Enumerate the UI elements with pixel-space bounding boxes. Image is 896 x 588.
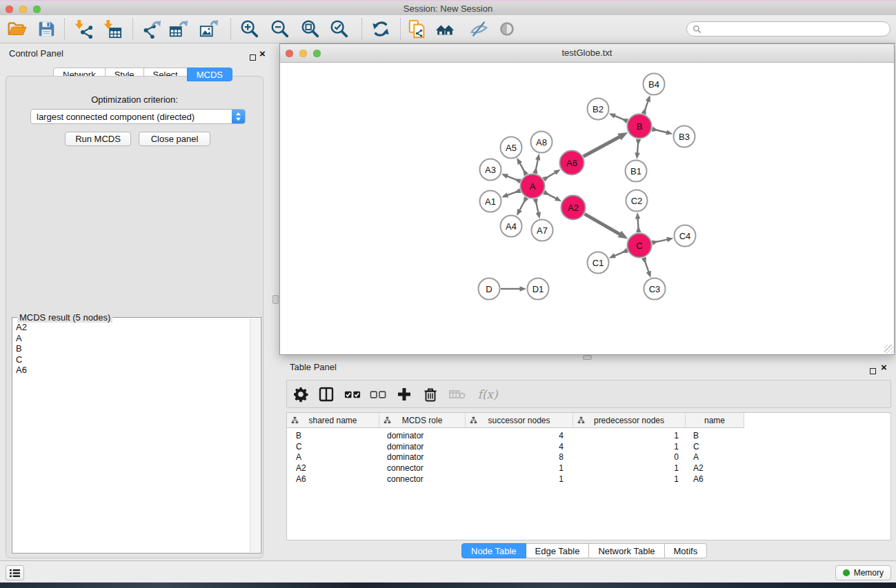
resize-grip-icon[interactable] <box>884 345 893 354</box>
table-cell[interactable]: 1 <box>573 431 686 440</box>
network-view-window: testGlobe.txt AA1A2A3A4A5A6A7A8BB1B2B3B4… <box>279 43 895 355</box>
table-cell[interactable]: 4 <box>466 442 573 452</box>
close-panel-button[interactable]: Close panel <box>139 132 210 146</box>
search-input[interactable] <box>704 23 884 34</box>
zoom-fit-icon[interactable] <box>299 17 322 41</box>
tab-network-table[interactable]: Network Table <box>588 543 664 558</box>
result-scrollbar[interactable] <box>250 318 260 552</box>
deselect-all-checkbox-icon[interactable] <box>367 383 389 405</box>
table-cell[interactable]: C <box>686 442 744 452</box>
table-cell[interactable]: 8 <box>466 452 573 462</box>
column-header-mcds-role[interactable]: MCDS role <box>379 413 466 428</box>
home-icon[interactable] <box>433 17 457 41</box>
mcds-result-box: MCDS result (5 nodes) A2ABCA6 <box>12 317 261 554</box>
table-row[interactable]: Cdominator41C <box>287 441 890 452</box>
result-list-item[interactable]: A2 <box>12 322 250 333</box>
vertical-splitter-handle[interactable] <box>272 295 279 304</box>
table-cell[interactable]: A6 <box>287 474 379 484</box>
export-image-icon[interactable] <box>197 17 221 41</box>
node-label-B4: B4 <box>648 79 659 90</box>
table-cell[interactable]: dominator <box>379 452 466 462</box>
new-network-from-selection-icon[interactable] <box>406 17 429 41</box>
gear-icon[interactable] <box>290 383 312 405</box>
column-header-shared-name[interactable]: shared name <box>287 413 379 428</box>
close-panel-icon[interactable]: × <box>259 50 266 57</box>
node-label-B: B <box>637 121 643 132</box>
table-cell[interactable]: dominator <box>379 431 466 440</box>
window-titlebar: Session: New Session <box>0 0 896 15</box>
table-row[interactable]: A2connector11A2 <box>287 463 890 474</box>
eye-slash-icon[interactable] <box>467 17 490 41</box>
table-cell[interactable]: 1 <box>573 463 686 473</box>
tab-mcds[interactable]: MCDS <box>187 68 232 81</box>
node-label-A4: A4 <box>506 221 517 232</box>
table-cell[interactable]: dominator <box>379 442 466 452</box>
table-cell[interactable]: A2 <box>686 463 744 473</box>
network-window-titlebar[interactable]: testGlobe.txt <box>280 44 894 63</box>
export-table-icon[interactable] <box>167 17 190 41</box>
tab-edge-table[interactable]: Edge Table <box>526 543 590 558</box>
search-icon <box>693 25 701 34</box>
table-cell[interactable]: A6 <box>686 474 744 484</box>
table-row[interactable]: Bdominator41B <box>287 430 890 441</box>
column-header-name[interactable]: name <box>686 413 744 428</box>
task-history-button[interactable] <box>6 565 24 580</box>
table-cell[interactable]: A <box>686 452 744 462</box>
result-list-item[interactable]: B <box>12 343 250 354</box>
optimization-criterion-select[interactable]: largest connected component (directed) <box>30 109 246 124</box>
run-mcds-button[interactable]: Run MCDS <box>65 132 131 146</box>
edge-A2-C[interactable] <box>584 214 621 234</box>
table-cell[interactable]: A <box>287 452 379 462</box>
table-cell[interactable]: connector <box>379 463 466 473</box>
table-row[interactable]: Adominator80A <box>287 452 890 463</box>
mcds-tab-content: Optimization criterion: largest connecte… <box>6 76 263 558</box>
table-toolbar: f(x) <box>286 380 891 408</box>
table-cell[interactable]: 4 <box>466 431 573 440</box>
table-cell[interactable]: A2 <box>287 463 379 473</box>
table-cell[interactable]: 1 <box>466 463 573 473</box>
function-icon: f(x) <box>473 383 502 405</box>
table-header-row: shared nameMCDS rolesuccessor nodesprede… <box>287 413 890 428</box>
edge-A6-B[interactable] <box>584 136 621 156</box>
float-panel-icon[interactable] <box>870 365 876 377</box>
table-cell[interactable]: 1 <box>573 442 686 452</box>
trash-icon[interactable] <box>419 383 441 405</box>
column-header-predecessor-nodes[interactable]: predecessor nodes <box>573 413 686 428</box>
zoom-selected-icon[interactable] <box>328 17 351 41</box>
node-label-A: A <box>530 181 536 192</box>
save-session-icon[interactable] <box>34 17 58 41</box>
open-session-icon[interactable] <box>5 17 28 41</box>
desktop-wallpaper-strip <box>0 582 896 588</box>
tab-node-table[interactable]: Node Table <box>461 543 526 558</box>
float-panel-icon[interactable] <box>250 51 256 63</box>
table-row[interactable]: A6connector11A6 <box>287 474 890 485</box>
network-graph-canvas[interactable]: AA1A2A3A4A5A6A7A8BB1B2B3B4CC1C2C3C4DD1 <box>280 62 894 354</box>
table-cell[interactable]: B <box>686 431 744 440</box>
table-cell[interactable]: 1 <box>466 474 573 484</box>
table-cell[interactable]: B <box>287 431 379 440</box>
zoom-out-icon[interactable] <box>268 17 292 41</box>
columns-icon[interactable] <box>315 383 337 405</box>
table-cell[interactable]: C <box>287 442 379 452</box>
table-cell[interactable]: 1 <box>573 474 686 484</box>
node-label-A3: A3 <box>485 165 496 175</box>
eye-icon[interactable] <box>495 17 519 41</box>
plus-icon[interactable] <box>393 383 415 405</box>
table-cell[interactable]: connector <box>379 474 466 484</box>
export-network-icon[interactable] <box>140 17 163 41</box>
select-all-checkbox-icon[interactable] <box>341 383 364 405</box>
result-list-item[interactable]: A6 <box>12 365 250 376</box>
column-header-successor-nodes[interactable]: successor nodes <box>466 413 573 428</box>
memory-button[interactable]: Memory <box>835 565 891 580</box>
search-field[interactable] <box>686 21 890 37</box>
zoom-in-icon[interactable] <box>238 17 261 41</box>
tab-motifs[interactable]: Motifs <box>664 543 708 558</box>
result-list-item[interactable]: A <box>12 333 250 344</box>
import-network-icon[interactable] <box>71 17 94 41</box>
refresh-icon[interactable] <box>369 17 392 41</box>
import-table-icon[interactable] <box>100 17 123 41</box>
toolbar-divider <box>64 19 65 39</box>
table-cell[interactable]: 0 <box>573 452 686 462</box>
result-list-item[interactable]: C <box>12 354 250 365</box>
close-panel-icon[interactable]: × <box>881 364 887 371</box>
